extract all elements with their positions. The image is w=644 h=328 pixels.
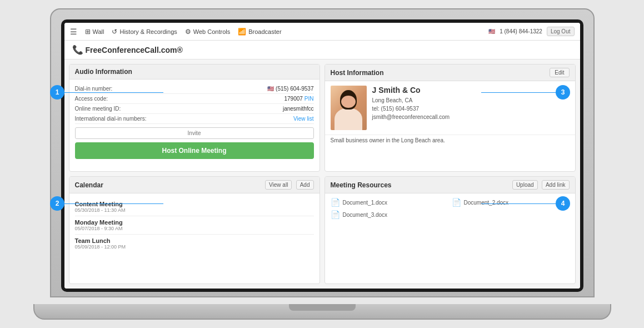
resource-name-3: Document_3.docx	[343, 212, 388, 218]
nav-item-broadcaster[interactable]: 📶 Broadcaster	[238, 28, 281, 36]
top-nav: ☰ ⊞ Wall ↺ History & Recordings ⚙ Web Co…	[64, 23, 580, 41]
dial-in-value: 🇺🇸 (515) 604-9537	[267, 86, 313, 92]
host-avatar	[331, 86, 367, 130]
view-all-button[interactable]: View all	[265, 180, 292, 190]
meeting-id-row: Online meeting ID: janesmithfcc	[75, 104, 314, 114]
calendar-title: Calendar	[75, 181, 103, 189]
document-icon: 📄	[331, 210, 340, 219]
document-icon: 📄	[331, 198, 340, 207]
add-meeting-button[interactable]: Add	[296, 180, 314, 190]
hamburger-icon[interactable]: ☰	[70, 27, 77, 36]
meeting-date-2: 05/07/2018 - 9:30 AM	[75, 226, 314, 231]
list-item: 📄 Document_1.docx	[331, 198, 448, 207]
nav-item-history[interactable]: ↺ History & Recordings	[112, 28, 177, 36]
upload-button[interactable]: Upload	[512, 180, 538, 190]
resources-grid: 📄 Document_1.docx 📄 Document_2.docx 📄 D	[325, 193, 575, 223]
view-list-link[interactable]: View list	[293, 116, 314, 122]
meeting-id-value: janesmithfcc	[283, 106, 314, 112]
history-icon: ↺	[112, 28, 117, 36]
access-code-row: Access code: 179007 PIN	[75, 94, 314, 104]
nav-item-wall[interactable]: ⊞ Wall	[85, 28, 104, 36]
access-code-value: 179007 PIN	[284, 96, 313, 102]
meeting-title-1: Content Meeting	[75, 201, 314, 207]
resource-name-1: Document_1.docx	[343, 200, 388, 206]
dial-in-row: Dial-in number: 🇺🇸 (515) 604-9537	[75, 84, 314, 94]
us-flag-small: 🇺🇸	[267, 86, 274, 92]
avatar-face	[341, 96, 356, 108]
calendar-panel: Calendar View all Add Content Meeting 05…	[69, 176, 320, 284]
edit-host-button[interactable]: Edit	[550, 68, 569, 77]
wall-icon: ⊞	[85, 28, 91, 36]
list-item: Team Lunch 05/09/2018 - 12:00 PM	[75, 235, 314, 252]
nav-right: 🇺🇸 1 (844) 844-1322 Log Out	[488, 27, 574, 36]
audio-panel: Audio Information Dial-in number: 🇺🇸 (51…	[69, 64, 320, 172]
logo-icon: 📞	[72, 44, 83, 55]
dial-in-label: Dial-in number:	[75, 86, 113, 92]
flag-icon: 🇺🇸	[488, 28, 495, 34]
meeting-date-1: 05/30/2018 - 11:30 AM	[75, 207, 314, 213]
add-link-button[interactable]: Add link	[542, 180, 570, 190]
resources-panel: Meeting Resources Upload Add link 📄 Docu…	[325, 176, 576, 284]
host-content: J Smith & Co Long Beach, CA tel: (515) 6…	[325, 81, 575, 135]
resource-name-2: Document_2.docx	[464, 200, 509, 206]
resources-panel-header: Meeting Resources Upload Add link	[325, 177, 575, 193]
access-code-label: Access code:	[75, 96, 108, 102]
host-panel-header: Host Information Edit	[325, 64, 575, 81]
main-area: Audio Information Dial-in number: 🇺🇸 (51…	[64, 59, 580, 289]
audio-panel-body: Dial-in number: 🇺🇸 (515) 604-9537 Access…	[69, 79, 319, 163]
nav-broadcaster-label: Broadcaster	[248, 28, 281, 35]
avatar-body	[335, 108, 362, 130]
host-details: J Smith & Co Long Beach, CA tel: (515) 6…	[372, 86, 570, 130]
list-item: 📄 Document_2.docx	[452, 198, 570, 207]
host-meeting-button[interactable]: Host Online Meeting	[75, 142, 314, 159]
resources-actions: Upload Add link	[510, 180, 570, 190]
intl-label: International dial-in numbers:	[75, 116, 147, 122]
nav-history-label: History & Recordings	[119, 28, 177, 35]
nav-item-webcontrols[interactable]: ⚙ Web Controls	[185, 28, 230, 36]
list-item: Content Meeting 05/30/2018 - 11:30 AM	[75, 198, 314, 216]
nav-phone: 1 (844) 844-1322	[500, 28, 542, 34]
pin-link[interactable]: PIN	[304, 96, 314, 102]
meeting-title-2: Monday Meeting	[75, 219, 314, 226]
calendar-panel-header: Calendar View all Add	[69, 177, 319, 193]
laptop-base	[33, 304, 611, 320]
document-icon: 📄	[452, 198, 461, 207]
host-city: Long Beach, CA	[372, 96, 570, 105]
host-title: Host Information	[331, 69, 384, 77]
resources-title: Meeting Resources	[331, 181, 392, 189]
list-item: Monday Meeting 05/07/2018 - 9:30 AM	[75, 216, 314, 235]
list-item: 📄 Document_3.docx	[331, 210, 448, 219]
broadcaster-icon: 📶	[238, 28, 246, 36]
host-description: Small business owner in the Long Beach a…	[325, 135, 575, 148]
calendar-body: Content Meeting 05/30/2018 - 11:30 AM Mo…	[69, 193, 319, 257]
nav-webcontrols-label: Web Controls	[193, 28, 230, 35]
logo-bar: 📞 FreeConferenceCall.com®	[64, 41, 580, 59]
audio-panel-header: Audio Information	[69, 64, 319, 79]
invite-input[interactable]	[75, 127, 314, 139]
meeting-id-label: Online meeting ID:	[75, 106, 121, 112]
logout-button[interactable]: Log Out	[547, 27, 575, 36]
intl-row: International dial-in numbers: View list	[75, 114, 314, 124]
nav-wall-label: Wall	[93, 28, 104, 35]
host-name: J Smith & Co	[372, 86, 570, 95]
host-panel: Host Information Edit J Smit	[325, 64, 576, 172]
host-email: jsmith@freeconferencecall.com	[372, 113, 570, 121]
audio-title: Audio Information	[75, 68, 132, 76]
meeting-date-3: 05/09/2018 - 12:00 PM	[75, 244, 314, 250]
logo-text: FreeConferenceCall.com®	[86, 46, 183, 54]
webcontrols-icon: ⚙	[185, 28, 191, 36]
host-tel: tel: (515) 604-9537	[372, 105, 570, 113]
calendar-actions: View all Add	[263, 180, 313, 190]
meeting-title-3: Team Lunch	[75, 237, 314, 244]
